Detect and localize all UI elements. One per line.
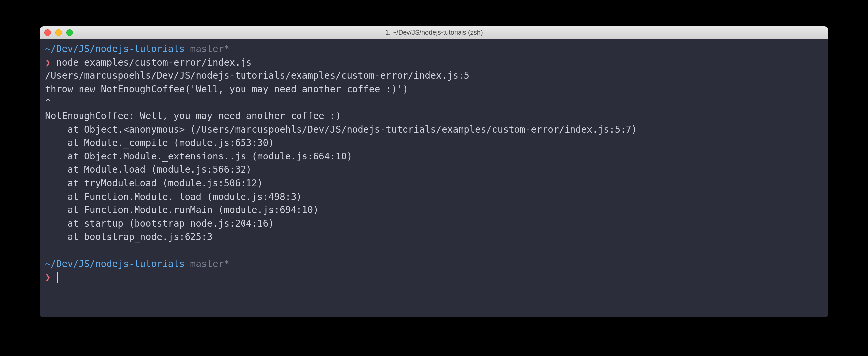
prompt-line: ~/Dev/JS/nodejs-tutorials master* xyxy=(45,257,823,271)
command-line[interactable]: ❯ xyxy=(45,271,823,284)
prompt-path: ~/Dev/JS/nodejs-tutorials xyxy=(45,43,185,54)
traffic-lights xyxy=(44,30,73,36)
cursor-icon xyxy=(57,272,58,283)
terminal-window: 1. ~/Dev/JS/nodejs-tutorials (zsh) ~/Dev… xyxy=(40,27,828,317)
prompt-char: ❯ xyxy=(45,57,51,68)
titlebar[interactable]: 1. ~/Dev/JS/nodejs-tutorials (zsh) xyxy=(40,27,828,39)
blank-line xyxy=(45,244,823,257)
prompt-line: ~/Dev/JS/nodejs-tutorials master* xyxy=(45,42,823,56)
stack-trace-line: at bootstrap_node.js:625:3 xyxy=(45,230,823,244)
output-line: throw new NotEnoughCoffee('Well, you may… xyxy=(45,83,823,96)
output-line: NotEnoughCoffee: Well, you may need anot… xyxy=(45,109,823,123)
prompt-char: ❯ xyxy=(45,272,51,283)
git-branch: master* xyxy=(190,258,229,269)
stack-trace-line: at startup (bootstrap_node.js:204:16) xyxy=(45,217,823,230)
close-icon[interactable] xyxy=(44,30,51,36)
stack-trace-line: at Function.Module.runMain (module.js:69… xyxy=(45,204,823,217)
command-line: ❯ node examples/custom-error/index.js xyxy=(45,56,823,69)
command-text: node examples/custom-error/index.js xyxy=(56,57,252,68)
prompt-path: ~/Dev/JS/nodejs-tutorials xyxy=(45,258,185,269)
output-line: /Users/marcuspoehls/Dev/JS/nodejs-tutori… xyxy=(45,69,823,83)
terminal-content[interactable]: ~/Dev/JS/nodejs-tutorials master*❯ node … xyxy=(40,39,828,317)
output-line: ^ xyxy=(45,96,823,109)
stack-trace-line: at Module._compile (module.js:653:30) xyxy=(45,136,823,150)
stack-trace-line: at tryModuleLoad (module.js:506:12) xyxy=(45,177,823,190)
window-title: 1. ~/Dev/JS/nodejs-tutorials (zsh) xyxy=(385,29,483,36)
minimize-icon[interactable] xyxy=(55,30,62,36)
stack-trace-line: at Object.<anonymous> (/Users/marcuspoeh… xyxy=(45,123,823,137)
stack-trace-line: at Function.Module._load (module.js:498:… xyxy=(45,190,823,204)
maximize-icon[interactable] xyxy=(66,30,73,36)
git-branch: master* xyxy=(190,43,229,54)
stack-trace-line: at Module.load (module.js:566:32) xyxy=(45,163,823,177)
stack-trace-line: at Object.Module._extensions..js (module… xyxy=(45,150,823,164)
